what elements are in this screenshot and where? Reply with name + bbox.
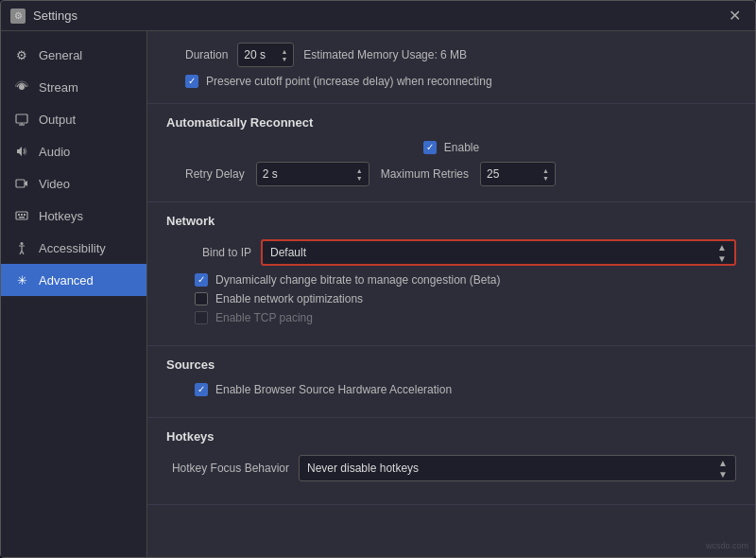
bind-ip-label: Bind to IP [166,246,251,259]
preserve-checkbox[interactable] [185,75,198,88]
enable-checkbox[interactable] [423,141,437,154]
tcp-pacing-label: Enable TCP pacing [215,311,313,324]
sidebar-label-hotkeys: Hotkeys [39,209,83,223]
dynamic-bitrate-row: Dynamically change bitrate to manage con… [195,273,736,287]
advanced-icon: ✳ [14,272,29,288]
browser-hw-label: Enable Browser Source Hardware Accelerat… [215,383,452,396]
sidebar-label-accessibility: Accessibility [39,241,106,255]
browser-hw-checkbox[interactable] [195,383,208,396]
hotkeys-section: Hotkeys Hotkey Focus Behavior Never disa… [147,418,755,505]
max-retries-value: 25 [487,167,499,181]
svg-rect-6 [18,214,20,216]
max-retries-up[interactable]: ▲ [542,167,549,174]
bind-ip-row: Bind to IP Default ▲ ▼ [166,239,736,266]
sidebar-item-advanced[interactable]: ✳ Advanced [1,264,146,296]
retry-delay-up[interactable]: ▲ [356,167,363,174]
sidebar-item-hotkeys[interactable]: Hotkeys [1,200,146,232]
sources-header: Sources [166,357,736,372]
bind-ip-value: Default [270,246,306,259]
enable-row: Enable [166,141,736,154]
preserve-row: Preserve cutoff point (increase delay) w… [185,75,736,88]
focus-behavior-row: Hotkey Focus Behavior Never disable hotk… [166,455,736,481]
sidebar: ⚙ General Stream Output Audio [1,31,147,557]
reconnect-section: Automatically Reconnect Enable Retry Del… [147,104,755,202]
close-button[interactable]: ✕ [723,5,746,27]
duration-up-arrow[interactable]: ▲ [281,48,287,55]
watermark: wcsdo.com [706,541,748,550]
sidebar-label-stream: Stream [39,80,78,95]
tcp-pacing-row: Enable TCP pacing [195,311,736,324]
sidebar-item-audio[interactable]: Audio [1,135,146,167]
network-section: Network Bind to IP Default ▲ ▼ [147,202,755,346]
title-bar: ⚙ Settings ✕ [1,1,755,31]
max-retries-arrows: ▲ ▼ [542,167,549,182]
sidebar-label-audio: Audio [39,145,70,159]
svg-rect-8 [24,214,26,216]
retry-delay-value: 2 s [263,167,278,181]
window-content: ⚙ General Stream Output Audio [1,31,755,557]
preserve-label: Preserve cutoff point (increase delay) w… [206,75,492,88]
focus-behavior-label: Hotkey Focus Behavior [166,462,289,475]
dynamic-bitrate-label: Dynamically change bitrate to manage con… [215,273,501,287]
svg-point-10 [21,242,24,245]
sidebar-label-general: General [39,48,82,62]
retry-row: Retry Delay 2 s ▲ ▼ Maximum Retries 25 ▲ [185,162,736,186]
enable-label: Enable [444,141,479,154]
retry-delay-arrows: ▲ ▼ [356,167,363,182]
svg-rect-9 [19,217,25,218]
sidebar-item-general[interactable]: ⚙ General [1,39,146,71]
retry-delay-spinbox[interactable]: 2 s ▲ ▼ [256,162,369,186]
bind-ip-container: Default ▲ ▼ [261,239,736,266]
duration-row: Duration 20 s ▲ ▼ Estimated Memory Usage… [185,43,736,67]
reconnect-header: Automatically Reconnect [166,115,736,130]
title-bar-left: ⚙ Settings [10,9,77,24]
focus-behavior-arrow: ▲ ▼ [718,458,728,480]
focus-behavior-container: Never disable hotkeys ▲ ▼ [299,455,736,481]
network-opt-checkbox[interactable] [195,292,208,305]
network-opt-label: Enable network optimizations [215,292,363,305]
network-header: Network [166,214,736,228]
memory-label: Estimated Memory Usage: 6 MB [303,48,467,61]
settings-window: ⚙ Settings ✕ ⚙ General Stream Output [0,0,756,558]
dynamic-bitrate-checkbox[interactable] [195,273,208,287]
sidebar-item-accessibility[interactable]: Accessibility [1,232,146,264]
hotkeys-icon [14,208,29,223]
max-retries-spinbox[interactable]: 25 ▲ ▼ [480,162,556,186]
svg-rect-1 [16,114,27,123]
network-opt-row: Enable network optimizations [195,292,736,305]
duration-spinbox[interactable]: 20 s ▲ ▼ [237,43,294,67]
retry-delay-label: Retry Delay [185,167,245,181]
tcp-pacing-checkbox[interactable] [195,311,208,324]
svg-point-0 [19,84,25,90]
bind-ip-dropdown[interactable]: Default ▲ ▼ [261,239,736,266]
duration-down-arrow[interactable]: ▼ [281,56,287,62]
stream-icon [14,79,29,95]
sources-section: Sources Enable Browser Source Hardware A… [147,346,755,418]
max-retries-down[interactable]: ▼ [542,175,549,182]
sidebar-item-video[interactable]: Video [1,167,146,200]
retry-delay-down[interactable]: ▼ [356,175,363,182]
duration-arrows: ▲ ▼ [281,48,287,62]
duration-section: Duration 20 s ▲ ▼ Estimated Memory Usage… [147,31,755,104]
general-icon: ⚙ [14,47,29,62]
window-title: Settings [33,9,77,23]
sidebar-item-stream[interactable]: Stream [1,71,146,103]
audio-icon [14,144,29,159]
output-icon [14,112,29,127]
hotkeys-header: Hotkeys [166,429,736,444]
svg-rect-7 [21,214,23,216]
sidebar-label-output: Output [39,113,76,127]
sidebar-item-output[interactable]: Output [1,103,146,135]
sidebar-label-video: Video [39,177,70,191]
svg-rect-4 [16,180,25,187]
max-retries-label: Maximum Retries [381,167,469,181]
settings-window-icon: ⚙ [10,9,26,24]
browser-hw-row: Enable Browser Source Hardware Accelerat… [195,383,736,396]
duration-value: 20 s [244,48,266,61]
video-icon [14,176,29,191]
bind-ip-dropdown-arrow: ▲ ▼ [717,242,727,264]
focus-behavior-dropdown[interactable]: Never disable hotkeys ▲ ▼ [299,455,736,481]
focus-behavior-value: Never disable hotkeys [307,462,419,475]
main-content: Duration 20 s ▲ ▼ Estimated Memory Usage… [147,31,755,557]
sidebar-label-advanced: Advanced [39,273,94,288]
